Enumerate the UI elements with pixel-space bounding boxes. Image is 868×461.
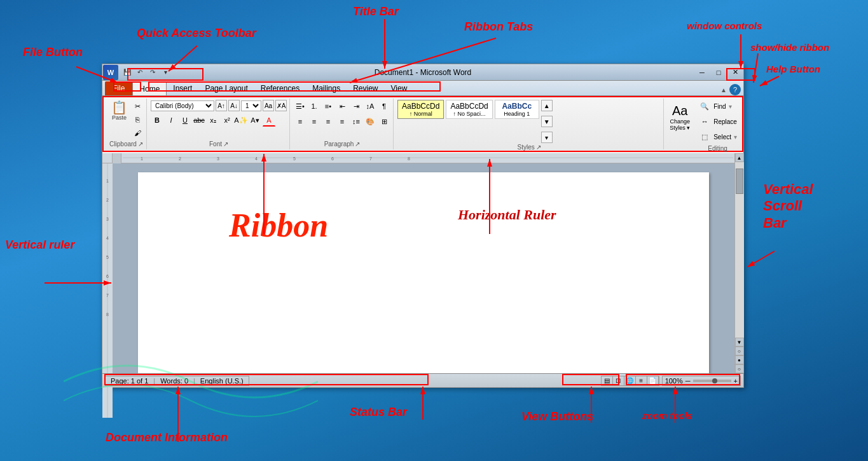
align-right-btn[interactable]: ≡ — [322, 115, 334, 128]
full-screen-btn[interactable]: ⊡ — [613, 376, 624, 386]
font-size-select[interactable]: 11 — [241, 100, 261, 111]
zoom-tools: 100% ─ + — [662, 376, 741, 386]
tab-review[interactable]: Review — [347, 81, 384, 95]
font-expand-icon[interactable]: ↗ — [223, 141, 228, 148]
tab-view[interactable]: View — [385, 81, 414, 95]
zoom-out-btn[interactable]: ─ — [685, 377, 691, 385]
window-controls: ─ □ ✕ — [694, 64, 743, 81]
select-icon: ⬚ — [698, 130, 711, 143]
shading-btn[interactable]: 🎨 — [364, 115, 376, 128]
styles-more-btn[interactable]: ▾ — [541, 132, 553, 143]
change-styles-btn[interactable]: Aa ChangeStyles ▾ — [665, 99, 694, 149]
superscript-btn[interactable]: x² — [221, 114, 233, 127]
draft-view-btn[interactable]: 📄 — [647, 376, 659, 386]
zoom-slider[interactable] — [693, 380, 731, 382]
styles-scroll-down-btn[interactable]: ▼ — [541, 116, 553, 127]
help-btn[interactable]: ? — [729, 84, 741, 95]
increase-indent-btn[interactable]: ⇥ — [350, 100, 362, 113]
multilevel-btn[interactable]: ≡• — [322, 100, 334, 113]
show-marks-btn[interactable]: ¶ — [378, 100, 390, 113]
align-center-btn[interactable]: ≡ — [308, 115, 320, 128]
svg-rect-10 — [123, 153, 733, 163]
justify-btn[interactable]: ≡ — [336, 115, 348, 128]
paragraph-expand-icon[interactable]: ↗ — [355, 141, 360, 148]
select-dropdown-icon[interactable]: ▾ — [734, 134, 737, 141]
numbering-btn[interactable]: 1. — [308, 100, 320, 113]
find-label[interactable]: Find — [713, 103, 726, 110]
sort-btn[interactable]: ↕A — [364, 100, 376, 113]
borders-btn[interactable]: ⊞ — [378, 115, 390, 128]
italic-btn[interactable]: I — [165, 114, 177, 127]
cut-btn[interactable]: ✂ — [131, 100, 144, 113]
underline-btn[interactable]: U — [179, 114, 191, 127]
redo-quick-btn[interactable]: ↷ — [147, 67, 158, 78]
scroll-up-btn[interactable]: ▲ — [735, 153, 744, 162]
horizontal-ruler: 1 2 3 4 5 6 7 8 — [113, 153, 734, 163]
maximize-btn[interactable]: □ — [710, 64, 727, 81]
font-color-btn[interactable]: A — [263, 114, 275, 127]
undo-quick-btn[interactable]: ↶ — [134, 67, 146, 78]
svg-text:7: 7 — [106, 293, 109, 298]
bullets-btn[interactable]: ☰• — [294, 100, 307, 113]
styles-scroll-up-btn[interactable]: ▲ — [541, 100, 553, 111]
line-spacing-btn[interactable]: ↕≡ — [350, 115, 362, 128]
status-right: ▤ ⊡ 🌐 ≡ 📄 100% ─ + — [601, 376, 743, 386]
scroll-select-btn[interactable]: ● — [735, 355, 744, 364]
quick-access-toolbar: 💾 ↶ ↷ ▾ — [121, 67, 171, 78]
style-normal[interactable]: AaBbCcDd ↑ Normal — [397, 100, 444, 119]
align-left-btn[interactable]: ≡ — [294, 115, 307, 128]
style-heading1[interactable]: AaBbCc Heading 1 — [495, 100, 539, 119]
tab-home[interactable]: Home — [132, 81, 167, 95]
decrease-indent-btn[interactable]: ⇤ — [336, 100, 348, 113]
zoom-in-btn[interactable]: + — [734, 377, 738, 385]
tab-page-layout[interactable]: Page Layout — [198, 81, 254, 95]
text-effect-btn[interactable]: A✨ — [235, 114, 247, 127]
print-layout-btn[interactable]: ▤ — [602, 376, 613, 386]
font-case-btn[interactable]: Aa — [263, 100, 274, 111]
find-icon: 🔍 — [698, 100, 711, 113]
copy-btn[interactable]: ⎘ — [131, 113, 144, 126]
svg-text:6: 6 — [106, 274, 109, 279]
scrollbar-thumb[interactable] — [736, 169, 743, 194]
minimize-btn[interactable]: ─ — [694, 64, 710, 81]
zoom-slider-thumb[interactable] — [712, 378, 717, 383]
font-name-select[interactable]: Calibri (Body) — [151, 100, 214, 111]
clipboard-label: Clipboard — [109, 141, 137, 148]
ribbon: 📋 Paste ✂ ⎘ 🖌 Clipboard ↗ Calibri (Body — [102, 96, 743, 152]
paste-btn[interactable]: 📋 Paste — [109, 100, 130, 122]
web-layout-btn[interactable]: 🌐 — [624, 376, 636, 386]
scroll-down-btn[interactable]: ▼ — [735, 338, 744, 347]
style-no-spacing-label: ↑ No Spaci... — [450, 111, 488, 117]
close-btn[interactable]: ✕ — [727, 64, 743, 81]
format-painter-btn[interactable]: 🖌 — [131, 127, 144, 139]
tab-file[interactable]: File — [105, 81, 132, 95]
text-highlight-btn[interactable]: A▾ — [249, 114, 261, 127]
font-size-down-btn[interactable]: A↓ — [228, 100, 240, 111]
select-label[interactable]: Select — [713, 134, 731, 141]
strikethrough-btn[interactable]: abc — [193, 114, 205, 127]
tab-insert[interactable]: Insert — [167, 81, 198, 95]
font-label: Font — [209, 141, 222, 148]
font-size-up-btn[interactable]: A↑ — [216, 100, 227, 111]
find-dropdown-icon[interactable]: ▾ — [729, 103, 732, 110]
save-quick-btn[interactable]: 💾 — [121, 67, 133, 78]
tab-references[interactable]: References — [254, 81, 306, 95]
bold-btn[interactable]: B — [151, 114, 163, 127]
change-styles-label: ChangeStyles ▾ — [670, 118, 690, 131]
paste-label: Paste — [112, 114, 127, 121]
zoom-percent: 100% — [665, 377, 683, 385]
qa-dropdown-btn[interactable]: ▾ — [160, 67, 171, 78]
scroll-next-page-btn[interactable]: ○ — [735, 364, 744, 373]
outline-view-btn[interactable]: ≡ — [636, 376, 647, 386]
clear-format-btn[interactable]: ✗A — [275, 100, 287, 111]
style-no-spacing[interactable]: AaBbCcDd ↑ No Spaci... — [446, 100, 492, 119]
subscript-btn[interactable]: x₂ — [207, 114, 219, 127]
style-heading1-preview: AaBbCc — [499, 102, 535, 111]
scrollbar-track[interactable] — [735, 162, 744, 338]
tab-mailings[interactable]: Mailings — [306, 81, 347, 95]
clipboard-expand-icon[interactable]: ↗ — [138, 141, 143, 148]
scroll-prev-page-btn[interactable]: ○ — [735, 347, 744, 355]
replace-label[interactable]: Replace — [713, 118, 737, 125]
show-hide-ribbon-btn[interactable]: ▲ — [718, 86, 729, 93]
styles-expand-icon[interactable]: ↗ — [536, 144, 541, 151]
